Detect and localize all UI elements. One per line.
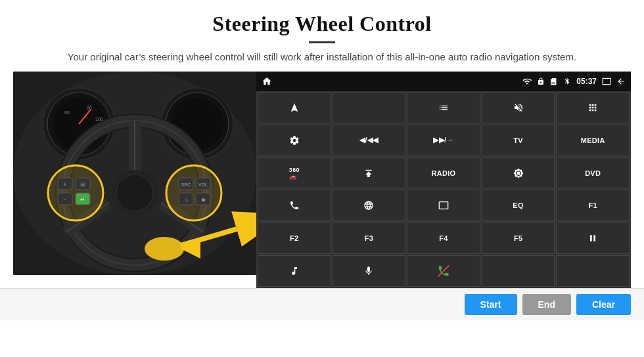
button-grid: ◀/◀◀ ▶▶/→ TV MEDIA 360🚗 RADIO: [256, 91, 631, 288]
btn-navigate[interactable]: [258, 93, 331, 124]
svg-text:↵: ↵: [80, 196, 85, 203]
btn-list[interactable]: [407, 93, 480, 124]
btn-brightness[interactable]: [482, 158, 555, 189]
btn-mic[interactable]: [333, 255, 406, 287]
home-icon: [262, 76, 272, 87]
start-button[interactable]: Start: [465, 294, 517, 315]
svg-point-32: [166, 165, 221, 220]
svg-point-22: [116, 175, 153, 211]
btn-dvd[interactable]: DVD: [556, 158, 630, 189]
svg-point-23: [48, 165, 103, 220]
page-title: Steering Wheel Control: [39, 12, 605, 36]
bluetooth-icon: [563, 77, 571, 85]
svg-text:+: +: [63, 181, 66, 188]
control-panel: 05:37: [256, 72, 631, 288]
svg-text:☏: ☏: [80, 182, 86, 188]
btn-empty-1: [482, 255, 555, 287]
bottom-actions: Start End Clear: [0, 288, 644, 320]
svg-text:VOL: VOL: [198, 182, 208, 187]
status-time: 05:37: [576, 77, 597, 86]
btn-eject[interactable]: [333, 158, 406, 189]
btn-rewind[interactable]: ◀/◀◀: [333, 125, 406, 156]
status-bar-left: [262, 76, 272, 87]
sim-icon: [550, 77, 558, 85]
btn-360[interactable]: 360🚗: [258, 158, 331, 189]
page-subtitle: Your original car’s steering wheel contr…: [39, 50, 605, 65]
btn-f4[interactable]: F4: [407, 222, 480, 254]
btn-media[interactable]: MEDIA: [556, 125, 630, 156]
btn-f5[interactable]: F5: [482, 222, 555, 254]
svg-text:80: 80: [87, 106, 92, 110]
page-header: Steering Wheel Control Your original car…: [0, 0, 644, 72]
screen-icon: [602, 77, 611, 86]
svg-text:-: -: [64, 196, 66, 203]
end-button[interactable]: End: [522, 294, 571, 315]
status-bar-right: 05:37: [522, 77, 626, 86]
svg-text:SRC: SRC: [181, 182, 191, 187]
btn-f1[interactable]: F1: [556, 190, 630, 221]
btn-screen-mirror[interactable]: [407, 190, 480, 221]
btn-forward[interactable]: ▶▶/→: [407, 125, 480, 156]
status-bar: 05:37: [256, 72, 631, 91]
svg-text:◈: ◈: [201, 196, 206, 203]
btn-music[interactable]: [258, 255, 331, 287]
main-content: 60 80 100: [13, 72, 631, 288]
btn-radio[interactable]: RADIO: [407, 158, 480, 189]
btn-play-pause[interactable]: [556, 222, 630, 254]
btn-globe[interactable]: [333, 190, 406, 221]
svg-point-43: [145, 237, 184, 261]
btn-f2[interactable]: F2: [258, 222, 331, 254]
btn-tv[interactable]: TV: [482, 125, 555, 156]
btn-mode[interactable]: [333, 93, 406, 124]
svg-text:60: 60: [64, 110, 70, 115]
btn-empty-2: [556, 255, 630, 287]
btn-phone[interactable]: [258, 190, 331, 221]
btn-call-toggle[interactable]: [407, 255, 480, 287]
wifi-icon: [522, 77, 532, 86]
btn-apps[interactable]: [556, 93, 630, 124]
btn-eq[interactable]: EQ: [482, 190, 555, 221]
steering-wheel-image: 60 80 100: [13, 72, 256, 275]
btn-mute[interactable]: [482, 93, 555, 124]
lock-icon: [537, 77, 545, 85]
btn-f3[interactable]: F3: [333, 222, 406, 254]
back-icon: [616, 77, 626, 86]
btn-settings-circle[interactable]: [258, 125, 331, 156]
title-divider: [309, 41, 335, 43]
clear-button[interactable]: Clear: [576, 294, 631, 315]
